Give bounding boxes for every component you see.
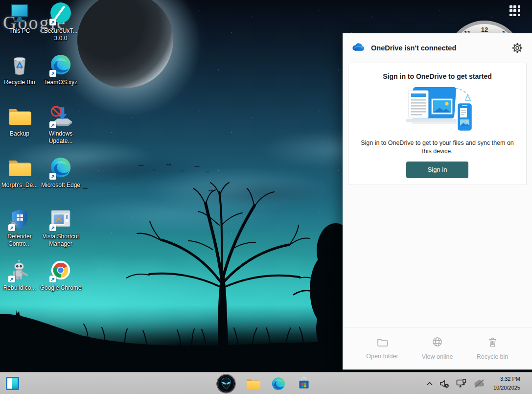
shortcut-arrow-icon: [49, 276, 56, 282]
desktop-icon-rebuildico[interactable]: RebuildIco...: [0, 260, 40, 292]
this-pc-icon: [8, 2, 31, 26]
desktop-icon-label: Windows Update...: [39, 130, 82, 145]
bird-silhouette: [179, 166, 185, 175]
taskbar-date: 10/20/2025: [493, 384, 520, 392]
onedrive-cloud-icon: [352, 43, 365, 53]
view-online-action[interactable]: View online: [416, 337, 459, 360]
desktop-icon-label: Google Chrome: [40, 284, 82, 292]
recycle-bin-icon: [8, 53, 31, 78]
globe-icon: [432, 337, 442, 349]
volume-muted-icon[interactable]: [439, 379, 449, 388]
signin-description: Sign in to OneDrive to get to your files…: [357, 139, 518, 156]
folder-icon: [8, 106, 31, 128]
bird-silhouette: [208, 186, 214, 195]
trash-icon: [488, 337, 497, 349]
sign-in-button[interactable]: Sign in: [406, 162, 468, 178]
onedrive-devices-illustration: [348, 82, 526, 139]
desktop-icon-label: Defender Contro...: [0, 233, 40, 248]
taskbar-clock[interactable]: 3:32 PM 10/20/2025: [493, 375, 520, 392]
bird-silhouette: [165, 160, 172, 169]
network-ethernet-icon[interactable]: [456, 379, 467, 388]
action-label: Recycle bin: [477, 353, 509, 360]
desktop-icon-windows-update-blocker[interactable]: Windows Update...: [39, 106, 82, 145]
microsoft-store-icon[interactable]: [295, 372, 313, 394]
onedrive-panel-header: OneDrive isn't connected: [343, 33, 532, 63]
bird-silhouette: [205, 167, 210, 176]
desktop-icon-microsoft-edge[interactable]: Microsoft Edge: [39, 157, 82, 189]
desktop-icon-label: This PC: [9, 27, 30, 35]
desktop-icon-defender-control[interactable]: Defender Contro...: [0, 209, 40, 248]
desktop-icon-recycle-bin[interactable]: Recycle Bin: [0, 54, 40, 86]
desktop-icon-label: Backup: [10, 130, 29, 138]
file-explorer-icon[interactable]: [244, 372, 262, 394]
shortcut-arrow-icon: [8, 224, 15, 231]
onedrive-panel-footer: Open folder View online Rec: [343, 327, 532, 370]
desktop-icon-secureuxtheme[interactable]: SecureUxT... 3.0.0: [39, 3, 82, 43]
bird-silhouette: [151, 165, 157, 174]
shortcut-arrow-icon: [49, 70, 56, 77]
desktop-icon-label: Vista Shortcut Manager: [39, 233, 82, 248]
system-tray: 3:32 PM 10/20/2025: [423, 372, 532, 394]
hidden-icons-chevron[interactable]: [427, 382, 433, 386]
action-label: View online: [422, 353, 453, 360]
signin-heading: Sign in to OneDrive to get started: [348, 72, 526, 80]
shortcut-arrow-icon: [8, 276, 15, 282]
desktop-icon-label: Recycle Bin: [4, 79, 35, 86]
microsoft-edge-icon[interactable]: [270, 372, 287, 394]
desktop-icon-vista-shortcut-manager[interactable]: Vista Shortcut Manager: [39, 209, 82, 248]
shortcut-arrow-icon: [49, 173, 56, 180]
action-label: Open folder: [366, 353, 398, 360]
taskbar-time: 3:32 PM: [493, 375, 520, 383]
clock-number: 12: [481, 26, 488, 33]
desktop-icon-teamos[interactable]: TeamOS.xyz: [39, 54, 82, 86]
desktop-icon-label: RebuildIco...: [3, 284, 36, 292]
onedrive-flyout-panel: OneDrive isn't connected Sign in to OneD…: [343, 33, 532, 370]
alienware-start-icon[interactable]: [215, 372, 237, 394]
desktop-icon-this-pc[interactable]: This PC: [0, 3, 40, 35]
shortcut-arrow-icon: [49, 121, 56, 128]
shortcut-arrow-icon: [49, 224, 56, 231]
onedrive-signin-card: Sign in to OneDrive to get started: [348, 63, 527, 185]
apps-grid-icon[interactable]: [509, 5, 520, 16]
settings-gear-icon[interactable]: [512, 43, 523, 53]
desktop-icon-morphs-folder[interactable]: Morph's_De...: [0, 157, 40, 189]
bird-silhouette: [81, 184, 89, 193]
desktop-icon-label: SecureUxT... 3.0.0: [39, 27, 82, 43]
folder-outline-icon: [377, 337, 388, 348]
split-view-widget-icon[interactable]: [6, 377, 19, 390]
bird-silhouette: [138, 161, 144, 169]
shortcut-arrow-icon: [49, 19, 56, 25]
desktop-icon-label: TeamOS.xyz: [44, 79, 77, 86]
desktop-icon-backup[interactable]: Backup: [0, 106, 40, 138]
desktop-icon-label: Microsoft Edge: [41, 182, 80, 189]
bird-silhouette: [194, 162, 200, 170]
onedrive-panel-title: OneDrive isn't connected: [371, 44, 456, 52]
open-folder-action[interactable]: Open folder: [361, 337, 403, 360]
desktop-icon-label: Morph's_De...: [1, 182, 38, 189]
onedrive-disconnected-icon[interactable]: [474, 379, 485, 388]
recycle-bin-action[interactable]: Recycle bin: [471, 337, 513, 360]
folder-icon: [8, 158, 31, 179]
taskbar: 3:32 PM 10/20/2025: [0, 372, 532, 394]
desktop-icon-google-chrome[interactable]: Google Chrome: [39, 260, 82, 292]
